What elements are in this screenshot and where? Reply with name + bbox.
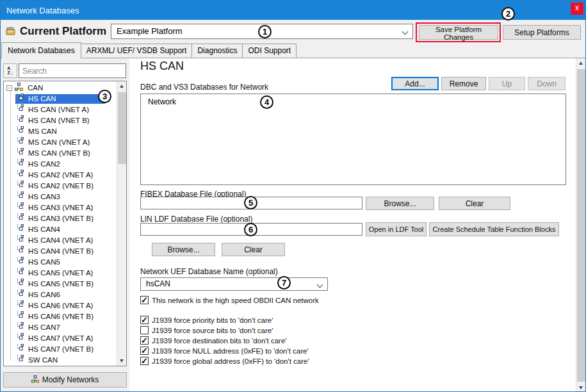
j1939-checkbox-row[interactable]: J1939 force NULL address (0xFE) to 'don'… [140, 347, 309, 355]
tree-scrollbar[interactable] [117, 81, 126, 366]
tree-root-can[interactable]: - CAN [4, 83, 117, 94]
platform-select-value: Example Platform [111, 24, 412, 36]
network-channel-icon [17, 148, 24, 159]
j1939-checkbox-row[interactable]: J1939 force source bits to 'don't care' [140, 326, 309, 334]
tree-item[interactable]: HS CAN2 (VNET B) [4, 181, 117, 192]
tab-label: ARXML/ UEF/ VSDB Support [86, 46, 187, 55]
tree-item[interactable]: HS CAN6 (VNET A) [4, 300, 117, 311]
j1939-checkbox-row[interactable]: J1939 force destination bits to 'don't c… [140, 336, 309, 345]
down-button[interactable]: Down [528, 77, 566, 90]
collapse-icon[interactable]: - [6, 85, 12, 91]
tree-item[interactable]: HS CAN5 (VNET A) [4, 268, 117, 279]
checkbox-icon [140, 357, 149, 365]
up-button[interactable]: Up [489, 77, 525, 90]
tree-item-label: HS CAN4 (VNET B) [26, 246, 95, 257]
main-scrollbar-thumb[interactable] [577, 69, 585, 382]
tree-item[interactable]: MS CAN (VNET A) [4, 137, 117, 148]
tree-item[interactable]: HS CAN3 [4, 192, 117, 202]
fibex-browse-button[interactable]: Browse... [366, 197, 434, 210]
tree-item[interactable]: HS CAN7 [4, 322, 117, 333]
close-button[interactable]: x [571, 3, 583, 15]
window-title: Network Databases [6, 6, 79, 15]
tree-item[interactable]: HS CAN (VNET B) [4, 115, 117, 126]
network-heading: HS CAN [140, 60, 184, 73]
j1939-checkbox-label: J1939 force global address (0xFF) to 'do… [152, 357, 309, 365]
network-channel-icon [17, 202, 24, 213]
tree-item[interactable]: HS CAN4 (VNET B) [4, 246, 117, 257]
fibex-clear-button[interactable]: Clear [439, 197, 510, 210]
network-databases-window: Network Databases x Current Platform Exa… [0, 0, 586, 392]
scroll-down-icon[interactable] [576, 382, 586, 392]
network-channel-icon [17, 322, 24, 333]
sort-az-button[interactable]: AZ↓ [3, 63, 17, 78]
tab[interactable]: Diagnostics [191, 44, 243, 58]
setup-platforms-button[interactable]: Setup Platforms [503, 25, 581, 40]
network-channel-icon [17, 224, 24, 235]
tab-label: Network Databases [8, 46, 75, 55]
network-channel-icon [17, 344, 24, 355]
modify-networks-button[interactable]: Modify Networks [3, 372, 127, 388]
tree-item[interactable]: HS CAN2 [4, 159, 117, 170]
tree-item[interactable]: HS CAN7 (VNET B) [4, 344, 117, 355]
tree-item[interactable]: SW CAN [4, 355, 117, 366]
tree-item[interactable]: HS CAN [4, 94, 117, 104]
dbc-databases-label: DBC and VS3 Databases for Network [140, 83, 268, 92]
tree-item[interactable]: HS CAN3 (VNET B) [4, 213, 117, 224]
tree-item-label: HS CAN5 (VNET B) [26, 279, 95, 290]
tree-item-label: MS CAN (VNET A) [26, 137, 92, 148]
tab-label: ODI Support [248, 46, 291, 55]
tree-item[interactable]: HS CAN5 (VNET B) [4, 279, 117, 290]
scroll-down-icon[interactable] [117, 355, 127, 366]
j1939-checkbox-row[interactable]: J1939 force priority bits to 'don't care… [140, 316, 309, 324]
network-channel-icon [17, 257, 24, 268]
network-channel-icon [17, 137, 24, 148]
tree-item[interactable]: HS CAN2 (VNET A) [4, 170, 117, 181]
tree-item-label: HS CAN (VNET A) [26, 104, 91, 115]
add-button[interactable]: Add... [391, 77, 439, 90]
tree-item[interactable]: MS CAN (VNET B) [4, 148, 117, 159]
tree-item[interactable]: HS CAN5 [4, 257, 117, 268]
tree-item[interactable]: HS CAN7 (VNET A) [4, 333, 117, 344]
tree-item[interactable]: HS CAN6 (VNET B) [4, 311, 117, 322]
uef-database-select[interactable]: hsCAN [140, 277, 328, 291]
checkbox-icon [140, 326, 149, 334]
platform-select[interactable]: Example Platform [111, 24, 413, 39]
tab[interactable]: Network Databases [1, 42, 81, 59]
lin-browse-button[interactable]: Browse... [152, 243, 215, 256]
tree-scrollbar-thumb[interactable] [118, 92, 126, 164]
checkbox-icon [140, 316, 149, 324]
main-scrollbar[interactable] [576, 58, 585, 392]
search-input[interactable] [19, 63, 126, 78]
network-channel-icon [17, 311, 24, 322]
tab[interactable]: ODI Support [242, 44, 297, 58]
checkbox-icon [140, 336, 149, 345]
tree-item[interactable]: HS CAN4 (VNET A) [4, 235, 117, 246]
tab-bar: Network Databases ARXML/ UEF/ VSDB Suppo… [1, 43, 296, 58]
lin-clear-button[interactable]: Clear [222, 243, 285, 256]
network-channel-icon [17, 279, 24, 290]
j1939-checkbox-row[interactable]: J1939 force global address (0xFF) to 'do… [140, 357, 309, 365]
tree-item[interactable]: HS CAN6 [4, 290, 117, 300]
create-schedule-table-button[interactable]: Create Schedule Table Function Blocks [429, 222, 559, 236]
network-channel-icon [17, 300, 24, 311]
tree-item[interactable]: MS CAN [4, 126, 117, 137]
open-ldf-tool-button[interactable]: Open in LDF Tool [366, 222, 427, 236]
tree-item-label: HS CAN6 [26, 290, 62, 300]
tree-item-label: HS CAN3 (VNET A) [26, 202, 95, 213]
scroll-up-icon[interactable] [117, 81, 127, 92]
tree-item[interactable]: HS CAN (VNET A) [4, 104, 117, 115]
network-channel-icon [17, 235, 24, 246]
network-channel-icon [17, 115, 24, 126]
tab[interactable]: ARXML/ UEF/ VSDB Support [81, 44, 193, 58]
tree-item[interactable]: HS CAN4 [4, 224, 117, 235]
tree-item[interactable]: HS CAN3 (VNET A) [4, 202, 117, 213]
scroll-up-icon[interactable] [576, 58, 586, 69]
remove-button[interactable]: Remove [441, 77, 486, 90]
j1939-checkbox-label: J1939 force destination bits to 'don't c… [152, 337, 287, 345]
lin-ldf-file-input[interactable] [140, 223, 362, 236]
network-channel-icon [17, 333, 24, 344]
database-list[interactable]: Network [140, 94, 566, 185]
save-platform-changes-button[interactable]: Save Platform Changes [419, 25, 498, 40]
obdii-checkbox-row[interactable]: This network is the high speed OBDII CAN… [140, 296, 319, 304]
fibex-file-input[interactable] [140, 197, 362, 209]
